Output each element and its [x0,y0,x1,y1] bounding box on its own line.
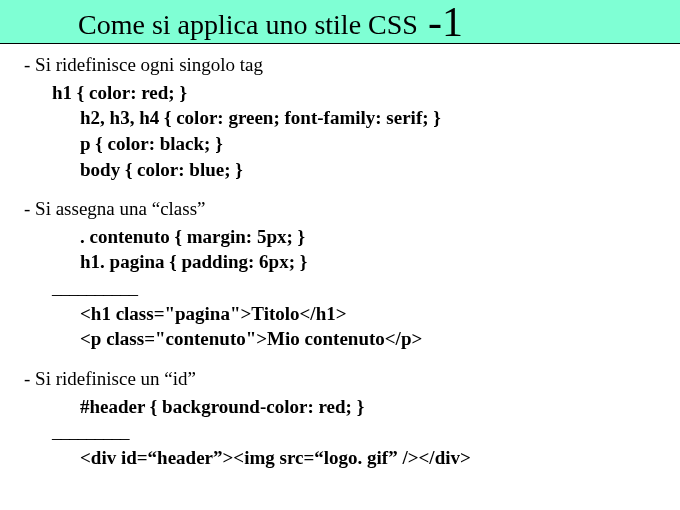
separator-line: _________ [52,419,680,445]
separator-line: __________ [52,275,680,301]
code-line: h1. pagina { padding: 6px; } [80,249,680,275]
code-line: . contenuto { margin: 5px; } [80,224,680,250]
code-line: <h1 class="pagina">Titolo</h1> [80,301,680,327]
section-1-heading: - Si ridefinisce ogni singolo tag [24,52,680,78]
slide-content: - Si ridefinisce ogni singolo tag h1 { c… [0,44,680,471]
section-2-heading: - Si assegna una “class” [24,196,680,222]
code-line: h2, h3, h4 { color: green; font-family: … [80,105,680,131]
slide-title-bar: Come si applica uno stile CSS -1 [0,0,680,44]
code-line: body { color: blue; } [80,157,680,183]
code-line: #header { background-color: red; } [80,394,680,420]
code-line: p { color: black; } [80,131,680,157]
slide-title-suffix: -1 [428,6,463,40]
code-line: <div id=“header”><img src=“logo. gif” />… [80,445,680,471]
section-3-heading: - Si ridefinisce un “id” [24,366,680,392]
code-line: h1 { color: red; } [52,80,680,106]
slide-title: Come si applica uno stile CSS [78,9,418,41]
code-line: <p class="contenuto">Mio contenuto</p> [80,326,680,352]
